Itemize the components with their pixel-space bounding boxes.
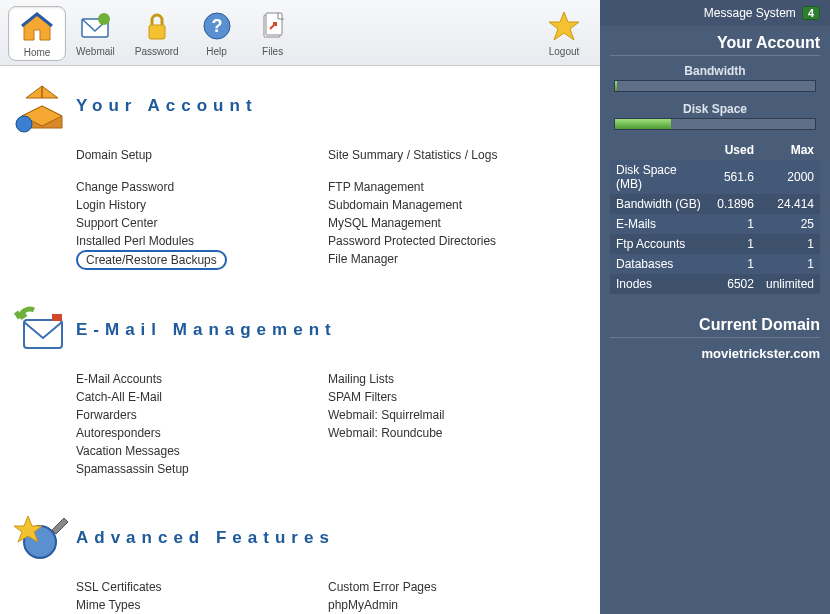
toolbar: Home Webmail Password ? Help	[0, 0, 600, 66]
account-section-icon	[12, 76, 72, 136]
link-item[interactable]: Login History	[76, 196, 328, 214]
email-section-icon	[12, 300, 72, 360]
content: Your Account Domain SetupChange Password…	[0, 66, 600, 614]
section-title: Advanced Features	[76, 528, 335, 548]
stats-row: E-Mails125	[610, 214, 820, 234]
email-links-right: Mailing ListsSPAM FiltersWebmail: Squirr…	[328, 370, 580, 478]
toolbar-password-label: Password	[135, 46, 179, 57]
stats-max: 1	[760, 234, 820, 254]
link-item[interactable]: Catch-All E-Mail	[76, 388, 328, 406]
diskspace-label: Disk Space	[610, 102, 820, 116]
link-item[interactable]: Create/Restore Backups	[76, 250, 227, 270]
stats-used: 561.6	[711, 160, 760, 194]
stats-head-used: Used	[711, 140, 760, 160]
stats-row: Disk Space (MB)561.62000	[610, 160, 820, 194]
bandwidth-meter	[614, 80, 816, 92]
message-system-label: Message System	[704, 6, 796, 20]
link-item[interactable]: SSL Certificates	[76, 578, 328, 596]
link-item[interactable]: Password Protected Directories	[328, 232, 580, 250]
star-icon	[546, 8, 582, 44]
sidebar-your-account-title: Your Account	[610, 34, 820, 56]
stats-used: 0.1896	[711, 194, 760, 214]
stats-max: 25	[760, 214, 820, 234]
files-icon	[255, 8, 291, 44]
toolbar-files-label: Files	[262, 46, 283, 57]
svg-rect-8	[24, 320, 62, 348]
sidebar: Message System 4 Your Account Bandwidth …	[600, 0, 830, 614]
link-item[interactable]: Forwarders	[76, 406, 328, 424]
link-item[interactable]: Site Summary / Statistics / Logs	[328, 146, 580, 164]
stats-row: Databases11	[610, 254, 820, 274]
lock-icon	[139, 8, 175, 44]
stats-used: 1	[711, 234, 760, 254]
stats-max: 1	[760, 254, 820, 274]
link-item[interactable]: Webmail: Squirrelmail	[328, 406, 580, 424]
link-item[interactable]: File Manager	[328, 250, 580, 268]
stats-max: unlimited	[760, 274, 820, 294]
stats-used: 1	[711, 214, 760, 234]
link-item[interactable]: Vacation Messages	[76, 442, 328, 460]
account-links-left: Domain SetupChange PasswordLogin History…	[76, 146, 328, 270]
stats-label: E-Mails	[610, 214, 711, 234]
link-item[interactable]: phpMyAdmin	[328, 596, 580, 614]
link-item[interactable]: Spamassassin Setup	[76, 460, 328, 478]
link-item[interactable]: Webmail: Roundcube	[328, 424, 580, 442]
toolbar-home-label: Home	[24, 47, 51, 58]
current-domain-title: Current Domain	[610, 316, 820, 338]
link-item[interactable]: Installed Perl Modules	[76, 232, 328, 250]
link-item[interactable]: FTP Management	[328, 178, 580, 196]
link-item[interactable]: Domain Setup	[76, 146, 328, 164]
email-links-left: E-Mail AccountsCatch-All E-MailForwarder…	[76, 370, 328, 478]
toolbar-help[interactable]: ? Help	[189, 6, 245, 61]
stats-table: Used Max Disk Space (MB)561.62000Bandwid…	[610, 140, 820, 294]
svg-point-7	[16, 116, 32, 132]
toolbar-help-label: Help	[206, 46, 227, 57]
help-icon: ?	[199, 8, 235, 44]
stats-row: Bandwidth (GB)0.189624.414	[610, 194, 820, 214]
stats-used: 1	[711, 254, 760, 274]
stats-row: Inodes6502unlimited	[610, 274, 820, 294]
section-your-account: Your Account Domain SetupChange Password…	[12, 76, 580, 270]
current-domain: movietrickster.com	[610, 346, 820, 361]
advanced-links-left: SSL CertificatesMime TypesApache Handler…	[76, 578, 328, 614]
diskspace-meter	[614, 118, 816, 130]
svg-rect-2	[149, 25, 165, 39]
link-item[interactable]: SPAM Filters	[328, 388, 580, 406]
home-icon	[19, 9, 55, 45]
section-title: Your Account	[76, 96, 258, 116]
section-email: E-Mail Management E-Mail AccountsCatch-A…	[12, 300, 580, 478]
link-item[interactable]: Mailing Lists	[328, 370, 580, 388]
svg-point-1	[98, 13, 110, 25]
link-item[interactable]: Autoresponders	[76, 424, 328, 442]
section-title: E-Mail Management	[76, 320, 337, 340]
stats-body: Disk Space (MB)561.62000Bandwidth (GB)0.…	[610, 160, 820, 294]
link-item[interactable]: Subdomain Management	[328, 196, 580, 214]
svg-text:?: ?	[211, 16, 222, 36]
link-item[interactable]: Custom Error Pages	[328, 578, 580, 596]
stats-head-max: Max	[760, 140, 820, 160]
advanced-links-right: Custom Error PagesphpMyAdminSite Redirec…	[328, 578, 580, 614]
mail-icon	[77, 8, 113, 44]
stats-max: 2000	[760, 160, 820, 194]
advanced-section-icon	[12, 508, 72, 568]
toolbar-files[interactable]: Files	[245, 6, 301, 61]
toolbar-logout-label: Logout	[549, 46, 580, 57]
stats-label: Inodes	[610, 274, 711, 294]
message-system-bar[interactable]: Message System 4	[600, 0, 830, 26]
svg-rect-9	[52, 314, 62, 321]
bandwidth-label: Bandwidth	[610, 64, 820, 78]
stats-label: Databases	[610, 254, 711, 274]
toolbar-home[interactable]: Home	[8, 6, 66, 61]
link-item[interactable]: MySQL Management	[328, 214, 580, 232]
message-count-badge: 4	[802, 6, 820, 20]
section-advanced: Advanced Features SSL CertificatesMime T…	[12, 508, 580, 614]
toolbar-webmail[interactable]: Webmail	[66, 6, 125, 61]
link-item[interactable]: Mime Types	[76, 596, 328, 614]
toolbar-logout[interactable]: Logout	[536, 6, 592, 61]
toolbar-password[interactable]: Password	[125, 6, 189, 61]
link-item[interactable]: Change Password	[76, 178, 328, 196]
stats-label: Bandwidth (GB)	[610, 194, 711, 214]
stats-row: Ftp Accounts11	[610, 234, 820, 254]
link-item[interactable]: E-Mail Accounts	[76, 370, 328, 388]
link-item[interactable]: Support Center	[76, 214, 328, 232]
